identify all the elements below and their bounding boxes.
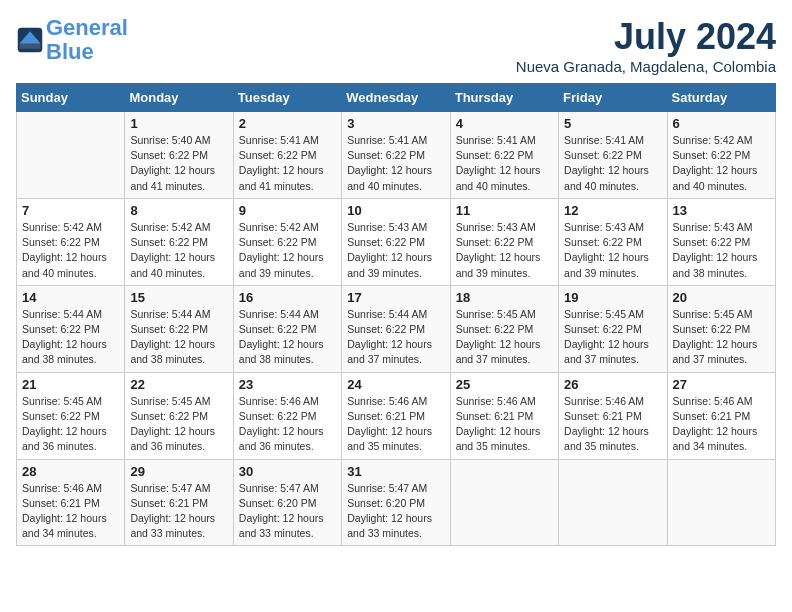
calendar-body: 1Sunrise: 5:40 AM Sunset: 6:22 PM Daylig… <box>17 112 776 546</box>
day-number: 11 <box>456 203 553 218</box>
calendar-cell: 12Sunrise: 5:43 AM Sunset: 6:22 PM Dayli… <box>559 198 667 285</box>
calendar-cell: 31Sunrise: 5:47 AM Sunset: 6:20 PM Dayli… <box>342 459 450 546</box>
calendar-cell: 1Sunrise: 5:40 AM Sunset: 6:22 PM Daylig… <box>125 112 233 199</box>
day-info: Sunrise: 5:44 AM Sunset: 6:22 PM Dayligh… <box>22 307 119 368</box>
calendar-cell: 2Sunrise: 5:41 AM Sunset: 6:22 PM Daylig… <box>233 112 341 199</box>
day-number: 1 <box>130 116 227 131</box>
calendar-cell: 18Sunrise: 5:45 AM Sunset: 6:22 PM Dayli… <box>450 285 558 372</box>
title-block: July 2024 Nueva Granada, Magdalena, Colo… <box>516 16 776 75</box>
calendar-cell: 20Sunrise: 5:45 AM Sunset: 6:22 PM Dayli… <box>667 285 775 372</box>
calendar-cell <box>17 112 125 199</box>
day-info: Sunrise: 5:42 AM Sunset: 6:22 PM Dayligh… <box>239 220 336 281</box>
weekday-header: Tuesday <box>233 84 341 112</box>
day-number: 15 <box>130 290 227 305</box>
calendar-cell: 23Sunrise: 5:46 AM Sunset: 6:22 PM Dayli… <box>233 372 341 459</box>
day-number: 28 <box>22 464 119 479</box>
day-number: 24 <box>347 377 444 392</box>
location: Nueva Granada, Magdalena, Colombia <box>516 58 776 75</box>
calendar-cell: 19Sunrise: 5:45 AM Sunset: 6:22 PM Dayli… <box>559 285 667 372</box>
day-number: 17 <box>347 290 444 305</box>
day-info: Sunrise: 5:42 AM Sunset: 6:22 PM Dayligh… <box>673 133 770 194</box>
calendar-week-row: 21Sunrise: 5:45 AM Sunset: 6:22 PM Dayli… <box>17 372 776 459</box>
day-number: 21 <box>22 377 119 392</box>
day-info: Sunrise: 5:45 AM Sunset: 6:22 PM Dayligh… <box>22 394 119 455</box>
logo-icon <box>16 26 44 54</box>
weekday-header: Sunday <box>17 84 125 112</box>
day-info: Sunrise: 5:46 AM Sunset: 6:21 PM Dayligh… <box>347 394 444 455</box>
day-info: Sunrise: 5:45 AM Sunset: 6:22 PM Dayligh… <box>456 307 553 368</box>
calendar-cell <box>450 459 558 546</box>
weekday-header: Friday <box>559 84 667 112</box>
calendar-cell: 14Sunrise: 5:44 AM Sunset: 6:22 PM Dayli… <box>17 285 125 372</box>
calendar-cell: 7Sunrise: 5:42 AM Sunset: 6:22 PM Daylig… <box>17 198 125 285</box>
calendar-week-row: 1Sunrise: 5:40 AM Sunset: 6:22 PM Daylig… <box>17 112 776 199</box>
day-number: 4 <box>456 116 553 131</box>
day-info: Sunrise: 5:47 AM Sunset: 6:20 PM Dayligh… <box>239 481 336 542</box>
calendar-header: SundayMondayTuesdayWednesdayThursdayFrid… <box>17 84 776 112</box>
day-info: Sunrise: 5:41 AM Sunset: 6:22 PM Dayligh… <box>239 133 336 194</box>
calendar-week-row: 7Sunrise: 5:42 AM Sunset: 6:22 PM Daylig… <box>17 198 776 285</box>
day-number: 19 <box>564 290 661 305</box>
month-title: July 2024 <box>516 16 776 58</box>
day-info: Sunrise: 5:46 AM Sunset: 6:21 PM Dayligh… <box>564 394 661 455</box>
day-info: Sunrise: 5:43 AM Sunset: 6:22 PM Dayligh… <box>673 220 770 281</box>
calendar-cell: 9Sunrise: 5:42 AM Sunset: 6:22 PM Daylig… <box>233 198 341 285</box>
day-info: Sunrise: 5:47 AM Sunset: 6:21 PM Dayligh… <box>130 481 227 542</box>
day-number: 10 <box>347 203 444 218</box>
day-info: Sunrise: 5:45 AM Sunset: 6:22 PM Dayligh… <box>130 394 227 455</box>
day-info: Sunrise: 5:46 AM Sunset: 6:21 PM Dayligh… <box>456 394 553 455</box>
page-header: GeneralBlue July 2024 Nueva Granada, Mag… <box>16 16 776 75</box>
calendar-cell: 17Sunrise: 5:44 AM Sunset: 6:22 PM Dayli… <box>342 285 450 372</box>
day-number: 14 <box>22 290 119 305</box>
day-number: 27 <box>673 377 770 392</box>
calendar-cell: 22Sunrise: 5:45 AM Sunset: 6:22 PM Dayli… <box>125 372 233 459</box>
day-info: Sunrise: 5:45 AM Sunset: 6:22 PM Dayligh… <box>564 307 661 368</box>
day-info: Sunrise: 5:44 AM Sunset: 6:22 PM Dayligh… <box>130 307 227 368</box>
weekday-header: Wednesday <box>342 84 450 112</box>
day-info: Sunrise: 5:46 AM Sunset: 6:21 PM Dayligh… <box>22 481 119 542</box>
calendar-cell: 27Sunrise: 5:46 AM Sunset: 6:21 PM Dayli… <box>667 372 775 459</box>
calendar-table: SundayMondayTuesdayWednesdayThursdayFrid… <box>16 83 776 546</box>
day-number: 7 <box>22 203 119 218</box>
calendar-cell: 13Sunrise: 5:43 AM Sunset: 6:22 PM Dayli… <box>667 198 775 285</box>
day-info: Sunrise: 5:41 AM Sunset: 6:22 PM Dayligh… <box>347 133 444 194</box>
calendar-cell <box>559 459 667 546</box>
day-info: Sunrise: 5:42 AM Sunset: 6:22 PM Dayligh… <box>130 220 227 281</box>
calendar-cell: 10Sunrise: 5:43 AM Sunset: 6:22 PM Dayli… <box>342 198 450 285</box>
day-number: 30 <box>239 464 336 479</box>
day-number: 9 <box>239 203 336 218</box>
calendar-cell: 3Sunrise: 5:41 AM Sunset: 6:22 PM Daylig… <box>342 112 450 199</box>
weekday-header: Saturday <box>667 84 775 112</box>
day-info: Sunrise: 5:43 AM Sunset: 6:22 PM Dayligh… <box>456 220 553 281</box>
day-number: 16 <box>239 290 336 305</box>
day-number: 2 <box>239 116 336 131</box>
day-info: Sunrise: 5:43 AM Sunset: 6:22 PM Dayligh… <box>347 220 444 281</box>
day-number: 20 <box>673 290 770 305</box>
calendar-cell: 5Sunrise: 5:41 AM Sunset: 6:22 PM Daylig… <box>559 112 667 199</box>
day-info: Sunrise: 5:44 AM Sunset: 6:22 PM Dayligh… <box>239 307 336 368</box>
day-number: 29 <box>130 464 227 479</box>
calendar-cell: 26Sunrise: 5:46 AM Sunset: 6:21 PM Dayli… <box>559 372 667 459</box>
calendar-cell: 25Sunrise: 5:46 AM Sunset: 6:21 PM Dayli… <box>450 372 558 459</box>
day-number: 13 <box>673 203 770 218</box>
calendar-cell: 8Sunrise: 5:42 AM Sunset: 6:22 PM Daylig… <box>125 198 233 285</box>
day-info: Sunrise: 5:41 AM Sunset: 6:22 PM Dayligh… <box>564 133 661 194</box>
weekday-header: Thursday <box>450 84 558 112</box>
day-number: 25 <box>456 377 553 392</box>
calendar-week-row: 14Sunrise: 5:44 AM Sunset: 6:22 PM Dayli… <box>17 285 776 372</box>
day-info: Sunrise: 5:44 AM Sunset: 6:22 PM Dayligh… <box>347 307 444 368</box>
day-number: 31 <box>347 464 444 479</box>
day-number: 22 <box>130 377 227 392</box>
day-number: 23 <box>239 377 336 392</box>
calendar-week-row: 28Sunrise: 5:46 AM Sunset: 6:21 PM Dayli… <box>17 459 776 546</box>
day-info: Sunrise: 5:40 AM Sunset: 6:22 PM Dayligh… <box>130 133 227 194</box>
weekday-row: SundayMondayTuesdayWednesdayThursdayFrid… <box>17 84 776 112</box>
day-info: Sunrise: 5:43 AM Sunset: 6:22 PM Dayligh… <box>564 220 661 281</box>
day-number: 5 <box>564 116 661 131</box>
day-info: Sunrise: 5:47 AM Sunset: 6:20 PM Dayligh… <box>347 481 444 542</box>
day-number: 3 <box>347 116 444 131</box>
day-info: Sunrise: 5:46 AM Sunset: 6:21 PM Dayligh… <box>673 394 770 455</box>
calendar-cell: 4Sunrise: 5:41 AM Sunset: 6:22 PM Daylig… <box>450 112 558 199</box>
day-info: Sunrise: 5:42 AM Sunset: 6:22 PM Dayligh… <box>22 220 119 281</box>
calendar-cell: 30Sunrise: 5:47 AM Sunset: 6:20 PM Dayli… <box>233 459 341 546</box>
